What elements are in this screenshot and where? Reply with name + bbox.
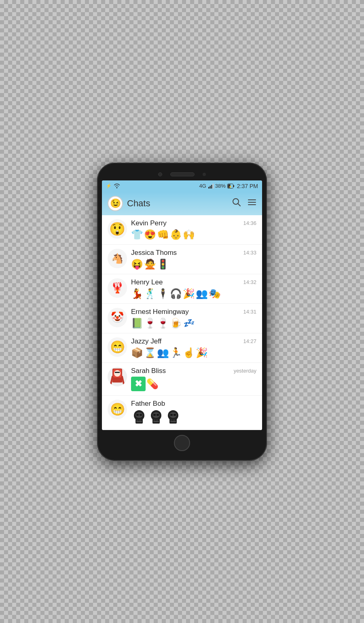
svg-rect-39 bbox=[174, 414, 176, 416]
header-icons bbox=[232, 198, 256, 209]
emoji: 👶 bbox=[170, 229, 182, 240]
chat-name-row: Jessica Thoms 14:33 bbox=[131, 249, 256, 257]
list-item[interactable]: 😁 Father Bob bbox=[102, 396, 262, 430]
avatar: 😁 bbox=[108, 400, 127, 419]
emoji: 🍺 bbox=[170, 318, 182, 329]
list-item[interactable]: 🦞 Henry Lee 14:32 💃 🕺 🕴️ 🎧 🎉 👥 🎭 bbox=[102, 274, 262, 304]
emoji: 🎉 bbox=[196, 347, 208, 358]
emoji: 👕 bbox=[131, 229, 143, 240]
emoji bbox=[165, 409, 181, 426]
chat-name: Father Bob bbox=[131, 400, 165, 408]
svg-line-9 bbox=[238, 203, 240, 206]
avatar: 🐴 bbox=[108, 249, 127, 268]
emoji: 😍 bbox=[144, 229, 156, 240]
search-icon[interactable] bbox=[232, 198, 241, 209]
list-item[interactable]: 😁 Jazzy Jeff 14:27 📦 ⌛ 👥 🏃 ☝️ 🎉 bbox=[102, 333, 262, 363]
chat-emojis: 💃 🕺 🕴️ 🎧 🎉 👥 🎭 bbox=[131, 288, 256, 299]
chat-name-row: Ernest Hemingway 14:31 bbox=[131, 308, 256, 316]
emoji: 💤 bbox=[183, 318, 194, 328]
chat-emojis: 👕 😍 👊 👶 🙌 bbox=[131, 229, 256, 240]
emoji: 🙌 bbox=[183, 229, 195, 240]
app-logo: 😉 bbox=[108, 196, 123, 211]
svg-rect-43 bbox=[170, 421, 176, 422]
list-item[interactable]: 🤡 Ernest Hemingway 14:31 📗 🍷 🍷 🍺 💤 bbox=[102, 304, 262, 333]
avatar: 😲 bbox=[108, 219, 127, 239]
chat-content: Sarah Bliss yesterday ✖ 💊 bbox=[131, 367, 256, 391]
svg-rect-41 bbox=[170, 420, 172, 421]
emoji bbox=[131, 409, 147, 426]
emoji: 💃 bbox=[131, 288, 143, 299]
emoji: 🎧 bbox=[170, 288, 182, 299]
chat-time: 14:31 bbox=[243, 309, 256, 315]
emoji: 🍷 bbox=[144, 318, 156, 329]
svg-rect-26 bbox=[139, 420, 141, 421]
emoji: 📦 bbox=[131, 347, 143, 358]
phone-speaker bbox=[170, 172, 195, 176]
emoji: ⌛ bbox=[144, 347, 156, 358]
chat-content: Ernest Hemingway 14:31 📗 🍷 🍷 🍺 💤 bbox=[131, 308, 256, 329]
phone-screen: ⚡ 4G 38% bbox=[102, 180, 262, 430]
signal-icon bbox=[208, 183, 214, 189]
phone-sensor bbox=[203, 173, 206, 176]
svg-rect-0 bbox=[208, 187, 210, 189]
svg-line-17 bbox=[111, 377, 112, 384]
chat-name-row: Kevin Perry 14:36 bbox=[131, 219, 256, 227]
svg-rect-25 bbox=[136, 420, 138, 421]
list-item[interactable]: 😲 Kevin Perry 14:36 👕 😍 👊 👶 🙌 bbox=[102, 215, 262, 245]
avatar: 😁 bbox=[108, 337, 127, 357]
home-button[interactable] bbox=[174, 435, 190, 451]
emoji: 🙅 bbox=[144, 259, 156, 270]
chat-emojis: 😝 🙅 🚦 bbox=[131, 259, 256, 270]
menu-icon[interactable] bbox=[248, 198, 256, 209]
chat-list: 😲 Kevin Perry 14:36 👕 😍 👊 👶 🙌 bbox=[102, 215, 262, 430]
phone-camera bbox=[158, 172, 162, 176]
emoji: ☝️ bbox=[183, 347, 195, 358]
emoji: 👊 bbox=[157, 229, 169, 240]
svg-rect-3 bbox=[212, 184, 214, 189]
svg-rect-42 bbox=[173, 420, 175, 421]
chat-name: Ernest Hemingway bbox=[131, 308, 189, 316]
chat-content: Father Bob bbox=[131, 400, 256, 426]
chat-name: Kevin Perry bbox=[131, 219, 167, 227]
chat-time: 14:33 bbox=[243, 250, 256, 256]
emoji: 👥 bbox=[196, 288, 208, 299]
avatar bbox=[108, 367, 127, 386]
chat-emojis: 📗 🍷 🍷 🍺 💤 bbox=[131, 318, 256, 329]
chat-name-row: Jazzy Jeff 14:27 bbox=[131, 337, 256, 345]
network-label: 4G bbox=[199, 183, 206, 189]
chat-content: Jessica Thoms 14:33 😝 🙅 🚦 bbox=[131, 249, 256, 270]
usb-icon: ⚡ bbox=[106, 183, 112, 189]
svg-rect-38 bbox=[170, 414, 173, 416]
svg-point-15 bbox=[114, 370, 121, 377]
emoji: 🎭 bbox=[209, 288, 221, 299]
chat-content: Kevin Perry 14:36 👕 😍 👊 👶 🙌 bbox=[131, 219, 256, 240]
emoji: ✖ bbox=[131, 377, 146, 391]
emoji: 🍷 bbox=[157, 318, 169, 329]
chat-content: Henry Lee 14:32 💃 🕺 🕴️ 🎧 🎉 👥 🎭 bbox=[131, 278, 256, 299]
list-item[interactable]: 🐴 Jessica Thoms 14:33 😝 🙅 🚦 bbox=[102, 245, 262, 274]
svg-rect-22 bbox=[136, 414, 139, 416]
battery-label: 38% bbox=[215, 183, 226, 189]
emoji: 🏃 bbox=[170, 347, 182, 358]
phone-bottom-bar bbox=[102, 430, 262, 453]
emoji: 🎉 bbox=[183, 288, 195, 299]
svg-rect-16 bbox=[115, 372, 120, 373]
list-item[interactable]: Sarah Bliss yesterday ✖ 💊 bbox=[102, 363, 262, 396]
svg-rect-35 bbox=[153, 421, 159, 422]
svg-text:⚡: ⚡ bbox=[229, 185, 232, 189]
status-right: 4G 38% ⚡ 2:37 PM bbox=[199, 183, 258, 189]
chat-name: Jessica Thoms bbox=[131, 249, 177, 257]
battery-icon: ⚡ bbox=[227, 184, 235, 189]
emoji: 👥 bbox=[157, 347, 169, 358]
chat-name-row: Henry Lee 14:32 bbox=[131, 278, 256, 286]
chat-emojis bbox=[131, 409, 256, 426]
phone-device: ⚡ 4G 38% bbox=[97, 163, 267, 461]
emoji: 📗 bbox=[131, 318, 143, 329]
chat-time: 14:32 bbox=[243, 279, 256, 285]
phone-top-bar bbox=[102, 170, 262, 180]
chat-name: Henry Lee bbox=[131, 278, 163, 286]
app-header: 😉 Chats bbox=[102, 192, 262, 215]
chat-time: 14:27 bbox=[243, 338, 256, 344]
chat-name: Jazzy Jeff bbox=[131, 337, 161, 345]
chat-emojis: 📦 ⌛ 👥 🏃 ☝️ 🎉 bbox=[131, 347, 256, 358]
